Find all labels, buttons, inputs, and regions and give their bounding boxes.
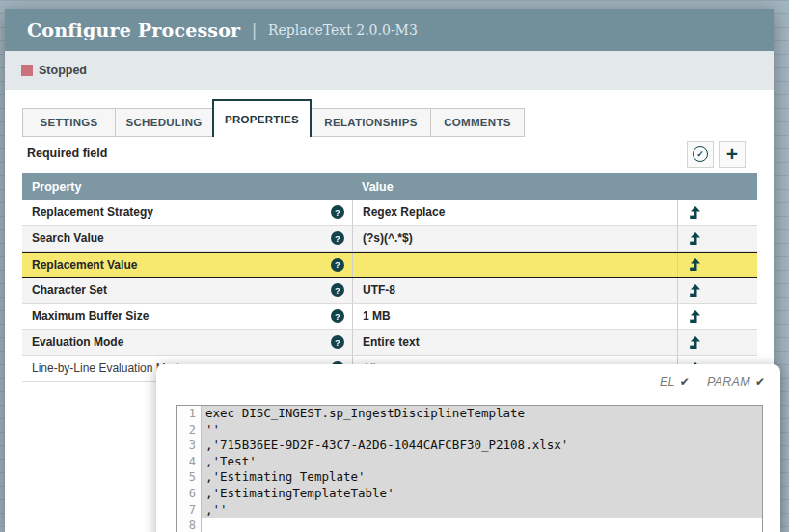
property-name: Character Set bbox=[32, 283, 107, 297]
property-row: Search Value?(?s)(^.*$) bbox=[22, 226, 757, 252]
convert-to-parameter-icon[interactable] bbox=[689, 336, 700, 349]
code-text: ,'Test' bbox=[202, 454, 762, 470]
help-icon[interactable]: ? bbox=[331, 309, 344, 323]
property-row: Character Set?UTF-8 bbox=[22, 278, 757, 304]
line-number: 1 bbox=[177, 406, 202, 422]
line-number: 7 bbox=[177, 502, 202, 519]
value-code-editor[interactable]: 1exec DISC_INGEST.sp_IngestDisciplineTem… bbox=[176, 405, 763, 532]
tab-properties[interactable]: PROPERTIES bbox=[212, 99, 312, 137]
property-row: Replacement Strategy?Regex Replace bbox=[22, 200, 757, 226]
code-line: 8 bbox=[177, 518, 762, 532]
line-number: 5 bbox=[177, 469, 202, 486]
go-to-parameter-cell bbox=[677, 304, 757, 329]
property-name: Evaluation Mode bbox=[32, 335, 123, 349]
help-icon[interactable]: ? bbox=[331, 335, 344, 349]
line-number: 8 bbox=[177, 518, 202, 532]
code-line: 6,'EstimatingTemplateTable' bbox=[177, 486, 762, 502]
tab-scheduling[interactable]: SCHEDULING bbox=[115, 108, 213, 137]
property-value-cell[interactable]: 1 MB bbox=[352, 304, 677, 329]
convert-to-parameter-icon[interactable] bbox=[689, 284, 700, 297]
code-text: ,'' bbox=[202, 502, 762, 519]
convert-to-parameter-icon[interactable] bbox=[689, 310, 700, 323]
help-icon[interactable]: ? bbox=[331, 283, 344, 297]
property-name-cell: Search Value? bbox=[22, 226, 352, 251]
column-header-property: Property bbox=[22, 180, 352, 194]
dialog-title: Configure Processor bbox=[27, 19, 240, 40]
param-supported-badge: PARAM ✔ bbox=[707, 375, 765, 388]
el-label: EL bbox=[660, 375, 675, 388]
help-icon[interactable]: ? bbox=[331, 258, 344, 272]
property-name: Maximum Buffer Size bbox=[32, 309, 149, 323]
property-name: Replacement Value bbox=[32, 258, 137, 272]
property-name: Replacement Strategy bbox=[32, 205, 153, 219]
line-number: 6 bbox=[177, 486, 202, 502]
code-line: 1exec DISC_INGEST.sp_IngestDisciplineTem… bbox=[177, 406, 762, 422]
title-separator: | bbox=[252, 20, 257, 40]
tab-settings[interactable]: SETTINGS bbox=[22, 108, 116, 137]
properties-toolbar: ✓ + bbox=[687, 141, 746, 168]
table-header-row: Property Value bbox=[22, 173, 757, 200]
code-line: 5,'Estimating Template' bbox=[177, 469, 762, 486]
processor-name-version: ReplaceText 2.0.0-M3 bbox=[268, 22, 418, 38]
property-value-cell[interactable]: Entire text bbox=[352, 330, 677, 355]
tab-comments[interactable]: COMMENTS bbox=[430, 108, 525, 137]
code-text: ,'Estimating Template' bbox=[202, 469, 762, 486]
property-name-cell: Character Set? bbox=[22, 278, 352, 303]
editor-support-badges: EL ✔ PARAM ✔ bbox=[660, 375, 765, 388]
convert-to-parameter-icon[interactable] bbox=[689, 206, 700, 219]
code-line: 4,'Test' bbox=[177, 454, 762, 470]
required-field-label: Required field bbox=[27, 146, 107, 160]
add-property-button[interactable]: + bbox=[719, 141, 746, 168]
param-label: PARAM bbox=[707, 375, 750, 388]
code-text: '' bbox=[202, 422, 762, 439]
check-icon: ✔ bbox=[680, 375, 690, 388]
properties-table: Property Value Replacement Strategy?Rege… bbox=[22, 173, 757, 382]
property-name: Search Value bbox=[32, 231, 104, 245]
code-text: ,'EstimatingTemplateTable' bbox=[202, 486, 762, 502]
column-header-value: Value bbox=[352, 180, 757, 194]
dialog-tabs: SETTINGS SCHEDULING PROPERTIES RELATIONS… bbox=[22, 99, 524, 137]
line-number: 3 bbox=[177, 438, 202, 454]
property-value-cell[interactable]: UTF-8 bbox=[352, 278, 677, 303]
property-value-cell[interactable]: (?s)(^.*$) bbox=[352, 226, 677, 251]
code-line: 3,'715B36EE-9D2F-43C7-A2D6-1044CAFCBF30_… bbox=[177, 438, 762, 454]
verify-properties-button[interactable]: ✓ bbox=[687, 141, 714, 168]
check-icon: ✔ bbox=[755, 375, 765, 388]
check-circle-icon: ✓ bbox=[693, 146, 708, 162]
go-to-parameter-cell bbox=[677, 253, 757, 277]
stopped-icon bbox=[21, 65, 33, 76]
value-editor-popup: EL ✔ PARAM ✔ 1exec DISC_INGEST.sp_Ingest… bbox=[156, 364, 780, 532]
table-body: Replacement Strategy?Regex ReplaceSearch… bbox=[22, 200, 757, 382]
help-icon[interactable]: ? bbox=[331, 205, 344, 219]
go-to-parameter-cell bbox=[677, 330, 757, 355]
code-text: ,'715B36EE-9D2F-43C7-A2D6-1044CAFCBF30_P… bbox=[202, 438, 762, 454]
line-number: 2 bbox=[177, 422, 202, 439]
property-value-cell[interactable] bbox=[352, 253, 677, 277]
property-value-cell[interactable]: Regex Replace bbox=[352, 200, 677, 225]
property-name-cell: Maximum Buffer Size? bbox=[22, 304, 352, 329]
status-label: Stopped bbox=[39, 64, 87, 77]
property-name-cell: Replacement Strategy? bbox=[22, 200, 352, 225]
property-name-cell: Evaluation Mode? bbox=[22, 330, 352, 355]
el-supported-badge: EL ✔ bbox=[660, 375, 690, 388]
nifi-canvas-background: Configure Processor | ReplaceText 2.0.0-… bbox=[0, 0, 789, 532]
plus-icon: + bbox=[726, 144, 738, 164]
code-line: 7,'' bbox=[177, 502, 762, 519]
convert-to-parameter-icon[interactable] bbox=[689, 232, 700, 245]
code-line: 2'' bbox=[177, 422, 762, 439]
tab-relationships[interactable]: RELATIONSHIPS bbox=[311, 108, 431, 137]
property-name-cell: Replacement Value? bbox=[22, 253, 352, 277]
dialog-header: Configure Processor | ReplaceText 2.0.0-… bbox=[5, 9, 774, 51]
property-row: Maximum Buffer Size?1 MB bbox=[22, 304, 757, 330]
go-to-parameter-cell bbox=[677, 200, 757, 225]
help-icon[interactable]: ? bbox=[331, 231, 344, 245]
convert-to-parameter-icon[interactable] bbox=[689, 258, 700, 271]
line-number: 4 bbox=[177, 454, 202, 470]
processor-status-bar: Stopped bbox=[5, 51, 774, 90]
go-to-parameter-cell bbox=[677, 278, 757, 303]
property-row: Evaluation Mode?Entire text bbox=[22, 330, 757, 356]
go-to-parameter-cell bbox=[677, 226, 757, 251]
property-row: Replacement Value? bbox=[22, 252, 757, 278]
code-text bbox=[202, 518, 762, 532]
code-text: exec DISC_INGEST.sp_IngestDisciplineTemp… bbox=[202, 406, 762, 422]
